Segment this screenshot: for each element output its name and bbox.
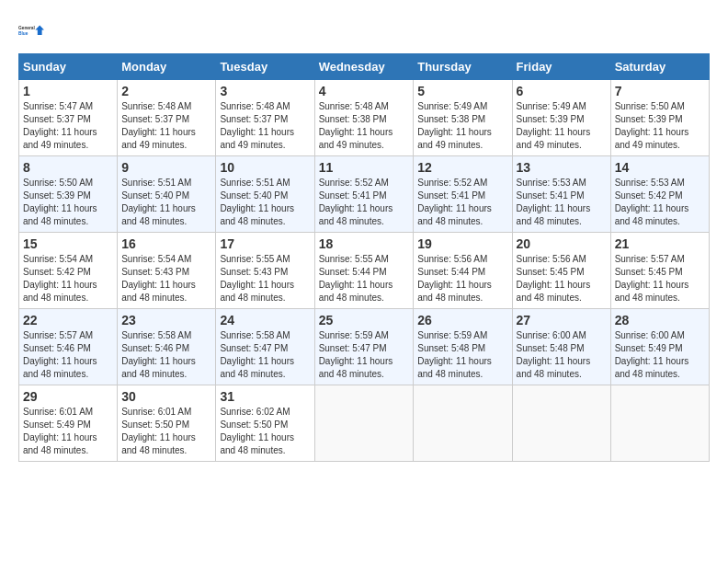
calendar-cell: 12 Sunrise: 5:52 AM Sunset: 5:41 PM Dayl… xyxy=(414,156,512,233)
day-info: Sunrise: 5:49 AM Sunset: 5:38 PM Dayligh… xyxy=(417,100,507,152)
calendar-cell: 4 Sunrise: 5:48 AM Sunset: 5:38 PM Dayli… xyxy=(314,80,414,156)
day-header-sunday: Sunday xyxy=(19,54,118,80)
day-info: Sunrise: 6:01 AM Sunset: 5:49 PM Dayligh… xyxy=(23,406,113,457)
calendar-cell: 10 Sunrise: 5:51 AM Sunset: 5:40 PM Dayl… xyxy=(216,156,314,233)
day-header-wednesday: Wednesday xyxy=(314,54,414,80)
day-number: 7 xyxy=(615,84,705,98)
calendar-cell: 27 Sunrise: 6:00 AM Sunset: 5:48 PM Dayl… xyxy=(512,309,610,385)
day-number: 8 xyxy=(23,160,113,175)
day-number: 2 xyxy=(121,84,211,98)
calendar-cell: 25 Sunrise: 5:59 AM Sunset: 5:47 PM Dayl… xyxy=(314,309,414,385)
day-info: Sunrise: 5:48 AM Sunset: 5:37 PM Dayligh… xyxy=(220,100,310,152)
day-info: Sunrise: 5:57 AM Sunset: 5:46 PM Dayligh… xyxy=(23,329,113,381)
calendar-cell: 29 Sunrise: 6:01 AM Sunset: 5:49 PM Dayl… xyxy=(19,385,118,462)
day-info: Sunrise: 5:47 AM Sunset: 5:37 PM Dayligh… xyxy=(23,100,113,152)
calendar-cell: 17 Sunrise: 5:55 AM Sunset: 5:43 PM Dayl… xyxy=(216,233,314,309)
day-info: Sunrise: 6:01 AM Sunset: 5:50 PM Dayligh… xyxy=(121,406,211,457)
calendar-cell: 3 Sunrise: 5:48 AM Sunset: 5:37 PM Dayli… xyxy=(216,80,314,156)
day-info: Sunrise: 6:00 AM Sunset: 5:49 PM Dayligh… xyxy=(615,329,705,381)
day-info: Sunrise: 5:51 AM Sunset: 5:40 PM Dayligh… xyxy=(220,177,310,228)
day-info: Sunrise: 5:59 AM Sunset: 5:47 PM Dayligh… xyxy=(319,329,410,381)
day-info: Sunrise: 5:52 AM Sunset: 5:41 PM Dayligh… xyxy=(319,177,410,228)
day-header-saturday: Saturday xyxy=(610,54,709,80)
calendar-cell: 20 Sunrise: 5:56 AM Sunset: 5:45 PM Dayl… xyxy=(512,233,610,309)
day-number: 20 xyxy=(517,236,607,251)
calendar-cell: 28 Sunrise: 6:00 AM Sunset: 5:49 PM Dayl… xyxy=(610,309,709,385)
calendar-cell: 26 Sunrise: 5:59 AM Sunset: 5:48 PM Dayl… xyxy=(414,309,512,385)
calendar-cell: 9 Sunrise: 5:51 AM Sunset: 5:40 PM Dayli… xyxy=(118,156,216,233)
day-number: 13 xyxy=(517,160,607,175)
day-info: Sunrise: 5:51 AM Sunset: 5:40 PM Dayligh… xyxy=(121,177,211,228)
day-number: 19 xyxy=(417,236,507,251)
day-info: Sunrise: 5:55 AM Sunset: 5:43 PM Dayligh… xyxy=(220,253,310,304)
day-number: 11 xyxy=(319,160,410,175)
calendar-cell: 8 Sunrise: 5:50 AM Sunset: 5:39 PM Dayli… xyxy=(19,156,118,233)
day-number: 9 xyxy=(121,160,211,175)
day-number: 26 xyxy=(417,313,507,327)
calendar-cell: 11 Sunrise: 5:52 AM Sunset: 5:41 PM Dayl… xyxy=(314,156,414,233)
day-info: Sunrise: 5:56 AM Sunset: 5:44 PM Dayligh… xyxy=(417,253,507,304)
day-info: Sunrise: 5:48 AM Sunset: 5:37 PM Dayligh… xyxy=(121,100,211,152)
day-info: Sunrise: 5:54 AM Sunset: 5:42 PM Dayligh… xyxy=(23,253,113,304)
day-number: 15 xyxy=(23,236,113,251)
week-row-2: 8 Sunrise: 5:50 AM Sunset: 5:39 PM Dayli… xyxy=(19,156,710,233)
day-number: 3 xyxy=(220,84,310,98)
day-number: 14 xyxy=(615,160,705,175)
day-number: 6 xyxy=(517,84,607,98)
day-number: 12 xyxy=(417,160,507,175)
day-number: 27 xyxy=(517,313,607,327)
day-number: 18 xyxy=(319,236,410,251)
calendar-cell: 24 Sunrise: 5:58 AM Sunset: 5:47 PM Dayl… xyxy=(216,309,314,385)
day-info: Sunrise: 5:54 AM Sunset: 5:43 PM Dayligh… xyxy=(121,253,211,304)
calendar-cell: 7 Sunrise: 5:50 AM Sunset: 5:39 PM Dayli… xyxy=(610,80,709,156)
day-info: Sunrise: 5:52 AM Sunset: 5:41 PM Dayligh… xyxy=(417,177,507,228)
day-info: Sunrise: 5:50 AM Sunset: 5:39 PM Dayligh… xyxy=(615,100,705,152)
day-header-monday: Monday xyxy=(118,54,216,80)
calendar-cell: 16 Sunrise: 5:54 AM Sunset: 5:43 PM Dayl… xyxy=(118,233,216,309)
week-row-3: 15 Sunrise: 5:54 AM Sunset: 5:42 PM Dayl… xyxy=(19,233,710,309)
logo: General Blue xyxy=(18,18,48,44)
day-number: 31 xyxy=(220,389,310,404)
day-number: 29 xyxy=(23,389,113,404)
day-info: Sunrise: 6:00 AM Sunset: 5:48 PM Dayligh… xyxy=(517,329,607,381)
calendar-cell xyxy=(512,385,610,462)
calendar-cell: 13 Sunrise: 5:53 AM Sunset: 5:41 PM Dayl… xyxy=(512,156,610,233)
day-info: Sunrise: 5:55 AM Sunset: 5:44 PM Dayligh… xyxy=(319,253,410,304)
day-number: 10 xyxy=(220,160,310,175)
day-number: 1 xyxy=(23,84,113,98)
calendar-table: SundayMondayTuesdayWednesdayThursdayFrid… xyxy=(18,53,710,462)
svg-text:Blue: Blue xyxy=(18,31,28,36)
day-info: Sunrise: 5:53 AM Sunset: 5:42 PM Dayligh… xyxy=(615,177,705,228)
day-number: 23 xyxy=(121,313,211,327)
calendar-cell: 6 Sunrise: 5:49 AM Sunset: 5:39 PM Dayli… xyxy=(512,80,610,156)
day-header-friday: Friday xyxy=(512,54,610,80)
day-number: 24 xyxy=(220,313,310,327)
day-number: 21 xyxy=(615,236,705,251)
calendar-cell: 15 Sunrise: 5:54 AM Sunset: 5:42 PM Dayl… xyxy=(19,233,118,309)
day-info: Sunrise: 5:48 AM Sunset: 5:38 PM Dayligh… xyxy=(319,100,410,152)
day-number: 16 xyxy=(121,236,211,251)
day-info: Sunrise: 6:02 AM Sunset: 5:50 PM Dayligh… xyxy=(220,406,310,457)
day-info: Sunrise: 5:59 AM Sunset: 5:48 PM Dayligh… xyxy=(417,329,507,381)
calendar-cell: 21 Sunrise: 5:57 AM Sunset: 5:45 PM Dayl… xyxy=(610,233,709,309)
week-row-1: 1 Sunrise: 5:47 AM Sunset: 5:37 PM Dayli… xyxy=(19,80,710,156)
svg-text:General: General xyxy=(18,26,35,30)
svg-marker-2 xyxy=(35,26,44,35)
calendar-cell: 19 Sunrise: 5:56 AM Sunset: 5:44 PM Dayl… xyxy=(414,233,512,309)
calendar-cell: 2 Sunrise: 5:48 AM Sunset: 5:37 PM Dayli… xyxy=(118,80,216,156)
calendar-cell xyxy=(414,385,512,462)
calendar-cell: 30 Sunrise: 6:01 AM Sunset: 5:50 PM Dayl… xyxy=(118,385,216,462)
calendar-cell: 18 Sunrise: 5:55 AM Sunset: 5:44 PM Dayl… xyxy=(314,233,414,309)
day-info: Sunrise: 5:57 AM Sunset: 5:45 PM Dayligh… xyxy=(615,253,705,304)
day-number: 28 xyxy=(615,313,705,327)
header-row: SundayMondayTuesdayWednesdayThursdayFrid… xyxy=(19,54,710,80)
logo-icon: General Blue xyxy=(18,18,48,44)
week-row-4: 22 Sunrise: 5:57 AM Sunset: 5:46 PM Dayl… xyxy=(19,309,710,385)
day-number: 4 xyxy=(319,84,410,98)
calendar-cell: 22 Sunrise: 5:57 AM Sunset: 5:46 PM Dayl… xyxy=(19,309,118,385)
day-info: Sunrise: 5:50 AM Sunset: 5:39 PM Dayligh… xyxy=(23,177,113,228)
day-info: Sunrise: 5:58 AM Sunset: 5:47 PM Dayligh… xyxy=(220,329,310,381)
calendar-cell: 5 Sunrise: 5:49 AM Sunset: 5:38 PM Dayli… xyxy=(414,80,512,156)
calendar-cell: 1 Sunrise: 5:47 AM Sunset: 5:37 PM Dayli… xyxy=(19,80,118,156)
day-info: Sunrise: 5:53 AM Sunset: 5:41 PM Dayligh… xyxy=(517,177,607,228)
